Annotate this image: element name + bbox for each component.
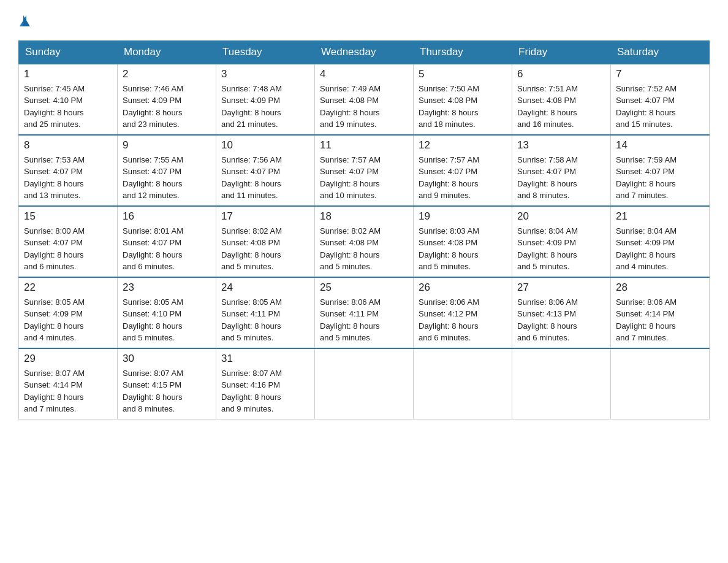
day-number: 14 bbox=[616, 139, 704, 151]
header-sunday: Sunday bbox=[19, 40, 118, 64]
week-row-2: 8 Sunrise: 7:53 AM Sunset: 4:07 PM Dayli… bbox=[19, 135, 710, 206]
calendar-cell: 29 Sunrise: 8:07 AM Sunset: 4:14 PM Dayl… bbox=[19, 348, 118, 419]
header-row: SundayMondayTuesdayWednesdayThursdayFrid… bbox=[19, 40, 710, 64]
calendar-cell: 17 Sunrise: 8:02 AM Sunset: 4:08 PM Dayl… bbox=[216, 206, 315, 277]
day-info: Sunrise: 8:06 AM Sunset: 4:13 PM Dayligh… bbox=[517, 296, 605, 344]
day-info: Sunrise: 8:03 AM Sunset: 4:08 PM Dayligh… bbox=[419, 225, 507, 273]
day-info: Sunrise: 7:57 AM Sunset: 4:07 PM Dayligh… bbox=[419, 154, 507, 202]
calendar-cell bbox=[611, 348, 710, 419]
header-thursday: Thursday bbox=[414, 40, 512, 64]
day-info: Sunrise: 7:51 AM Sunset: 4:08 PM Dayligh… bbox=[517, 83, 605, 131]
header-friday: Friday bbox=[512, 40, 611, 64]
calendar-cell: 31 Sunrise: 8:07 AM Sunset: 4:16 PM Dayl… bbox=[216, 348, 315, 419]
day-number: 12 bbox=[419, 139, 507, 151]
week-row-1: 1 Sunrise: 7:45 AM Sunset: 4:10 PM Dayli… bbox=[19, 64, 710, 135]
day-info: Sunrise: 7:46 AM Sunset: 4:09 PM Dayligh… bbox=[123, 83, 211, 131]
calendar-cell bbox=[512, 348, 611, 419]
calendar-cell: 9 Sunrise: 7:55 AM Sunset: 4:07 PM Dayli… bbox=[118, 135, 216, 206]
day-number: 10 bbox=[221, 139, 309, 151]
calendar-cell: 7 Sunrise: 7:52 AM Sunset: 4:07 PM Dayli… bbox=[611, 64, 710, 135]
day-info: Sunrise: 7:49 AM Sunset: 4:08 PM Dayligh… bbox=[320, 83, 408, 131]
calendar-cell: 16 Sunrise: 8:01 AM Sunset: 4:07 PM Dayl… bbox=[118, 206, 216, 277]
day-number: 4 bbox=[320, 68, 408, 80]
day-number: 29 bbox=[24, 353, 112, 365]
day-info: Sunrise: 8:05 AM Sunset: 4:10 PM Dayligh… bbox=[123, 296, 211, 344]
calendar-cell: 18 Sunrise: 8:02 AM Sunset: 4:08 PM Dayl… bbox=[315, 206, 414, 277]
calendar-cell: 1 Sunrise: 7:45 AM Sunset: 4:10 PM Dayli… bbox=[19, 64, 118, 135]
calendar-cell: 23 Sunrise: 8:05 AM Sunset: 4:10 PM Dayl… bbox=[118, 277, 216, 348]
day-number: 22 bbox=[24, 282, 112, 294]
day-info: Sunrise: 8:07 AM Sunset: 4:16 PM Dayligh… bbox=[221, 367, 309, 415]
day-info: Sunrise: 7:55 AM Sunset: 4:07 PM Dayligh… bbox=[123, 154, 211, 202]
day-info: Sunrise: 8:06 AM Sunset: 4:12 PM Dayligh… bbox=[419, 296, 507, 344]
header-tuesday: Tuesday bbox=[216, 40, 315, 64]
calendar-cell: 8 Sunrise: 7:53 AM Sunset: 4:07 PM Dayli… bbox=[19, 135, 118, 206]
day-info: Sunrise: 8:04 AM Sunset: 4:09 PM Dayligh… bbox=[616, 225, 704, 273]
day-number: 15 bbox=[24, 210, 112, 223]
day-number: 25 bbox=[320, 282, 408, 294]
logo-triangle2-icon bbox=[23, 15, 30, 26]
calendar-cell bbox=[315, 348, 414, 419]
calendar-cell: 14 Sunrise: 7:59 AM Sunset: 4:07 PM Dayl… bbox=[611, 135, 710, 206]
day-number: 27 bbox=[517, 282, 605, 294]
calendar-cell: 2 Sunrise: 7:46 AM Sunset: 4:09 PM Dayli… bbox=[118, 64, 216, 135]
calendar-cell: 5 Sunrise: 7:50 AM Sunset: 4:08 PM Dayli… bbox=[414, 64, 512, 135]
day-info: Sunrise: 8:06 AM Sunset: 4:14 PM Dayligh… bbox=[616, 296, 704, 344]
calendar-cell: 21 Sunrise: 8:04 AM Sunset: 4:09 PM Dayl… bbox=[611, 206, 710, 277]
day-number: 16 bbox=[123, 210, 211, 223]
day-number: 5 bbox=[419, 68, 507, 80]
day-number: 2 bbox=[123, 68, 211, 80]
calendar-cell: 13 Sunrise: 7:58 AM Sunset: 4:07 PM Dayl… bbox=[512, 135, 611, 206]
calendar-cell: 12 Sunrise: 7:57 AM Sunset: 4:07 PM Dayl… bbox=[414, 135, 512, 206]
header-saturday: Saturday bbox=[611, 40, 710, 64]
calendar-cell: 19 Sunrise: 8:03 AM Sunset: 4:08 PM Dayl… bbox=[414, 206, 512, 277]
week-row-3: 15 Sunrise: 8:00 AM Sunset: 4:07 PM Dayl… bbox=[19, 206, 710, 277]
day-info: Sunrise: 8:07 AM Sunset: 4:15 PM Dayligh… bbox=[123, 367, 211, 415]
day-info: Sunrise: 8:05 AM Sunset: 4:11 PM Dayligh… bbox=[221, 296, 309, 344]
header-monday: Monday bbox=[118, 40, 216, 64]
week-row-5: 29 Sunrise: 8:07 AM Sunset: 4:14 PM Dayl… bbox=[19, 348, 710, 419]
calendar-cell: 25 Sunrise: 8:06 AM Sunset: 4:11 PM Dayl… bbox=[315, 277, 414, 348]
day-number: 9 bbox=[123, 139, 211, 151]
day-number: 8 bbox=[24, 139, 112, 151]
header-wednesday: Wednesday bbox=[315, 40, 414, 64]
day-number: 11 bbox=[320, 139, 408, 151]
logo-blue-text bbox=[18, 12, 30, 29]
day-info: Sunrise: 7:45 AM Sunset: 4:10 PM Dayligh… bbox=[24, 83, 112, 131]
day-number: 7 bbox=[616, 68, 704, 80]
page-header bbox=[18, 12, 710, 29]
day-number: 6 bbox=[517, 68, 605, 80]
day-number: 18 bbox=[320, 210, 408, 223]
week-row-4: 22 Sunrise: 8:05 AM Sunset: 4:09 PM Dayl… bbox=[19, 277, 710, 348]
day-number: 1 bbox=[24, 68, 112, 80]
calendar-cell: 3 Sunrise: 7:48 AM Sunset: 4:09 PM Dayli… bbox=[216, 64, 315, 135]
logo bbox=[18, 12, 30, 29]
calendar-cell: 15 Sunrise: 8:00 AM Sunset: 4:07 PM Dayl… bbox=[19, 206, 118, 277]
day-info: Sunrise: 8:06 AM Sunset: 4:11 PM Dayligh… bbox=[320, 296, 408, 344]
calendar-cell: 30 Sunrise: 8:07 AM Sunset: 4:15 PM Dayl… bbox=[118, 348, 216, 419]
calendar-cell: 26 Sunrise: 8:06 AM Sunset: 4:12 PM Dayl… bbox=[414, 277, 512, 348]
calendar-cell: 4 Sunrise: 7:49 AM Sunset: 4:08 PM Dayli… bbox=[315, 64, 414, 135]
day-number: 3 bbox=[221, 68, 309, 80]
day-info: Sunrise: 8:05 AM Sunset: 4:09 PM Dayligh… bbox=[24, 296, 112, 344]
day-info: Sunrise: 7:52 AM Sunset: 4:07 PM Dayligh… bbox=[616, 83, 704, 131]
day-number: 19 bbox=[419, 210, 507, 223]
day-number: 21 bbox=[616, 210, 704, 223]
calendar-cell: 27 Sunrise: 8:06 AM Sunset: 4:13 PM Dayl… bbox=[512, 277, 611, 348]
day-info: Sunrise: 8:00 AM Sunset: 4:07 PM Dayligh… bbox=[24, 225, 112, 273]
day-number: 24 bbox=[221, 282, 309, 294]
day-info: Sunrise: 8:04 AM Sunset: 4:09 PM Dayligh… bbox=[517, 225, 605, 273]
calendar-table: SundayMondayTuesdayWednesdayThursdayFrid… bbox=[18, 40, 710, 419]
day-info: Sunrise: 7:56 AM Sunset: 4:07 PM Dayligh… bbox=[221, 154, 309, 202]
day-number: 30 bbox=[123, 353, 211, 365]
day-number: 13 bbox=[517, 139, 605, 151]
day-info: Sunrise: 7:50 AM Sunset: 4:08 PM Dayligh… bbox=[419, 83, 507, 131]
calendar-cell: 24 Sunrise: 8:05 AM Sunset: 4:11 PM Dayl… bbox=[216, 277, 315, 348]
calendar-cell bbox=[414, 348, 512, 419]
day-number: 23 bbox=[123, 282, 211, 294]
calendar-cell: 28 Sunrise: 8:06 AM Sunset: 4:14 PM Dayl… bbox=[611, 277, 710, 348]
day-info: Sunrise: 7:48 AM Sunset: 4:09 PM Dayligh… bbox=[221, 83, 309, 131]
day-info: Sunrise: 8:01 AM Sunset: 4:07 PM Dayligh… bbox=[123, 225, 211, 273]
day-number: 20 bbox=[517, 210, 605, 223]
day-info: Sunrise: 8:02 AM Sunset: 4:08 PM Dayligh… bbox=[320, 225, 408, 273]
